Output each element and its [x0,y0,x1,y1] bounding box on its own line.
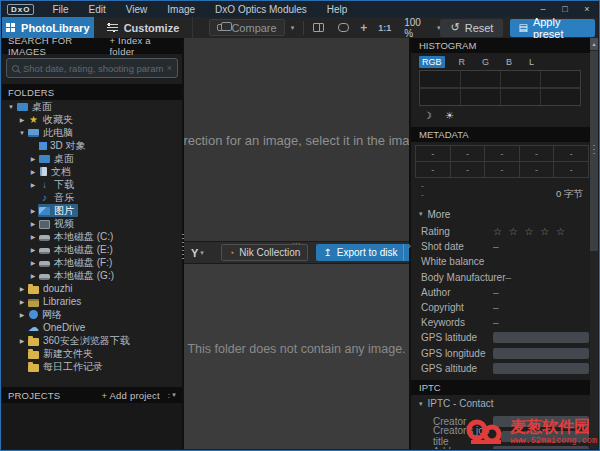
tree-item[interactable]: ▶桌面 [2,152,182,165]
menu-view[interactable]: View [116,2,158,17]
channel-rgb[interactable]: RGB [419,56,445,68]
tree-item[interactable]: ▶图片 [2,204,182,217]
tree-item-body: 下载 [38,178,78,191]
menu-edit[interactable]: Edit [79,2,116,17]
splitter-dots-icon[interactable]: ⋯ [292,239,301,248]
tree-item-label: 桌面 [54,152,74,166]
menu-file[interactable]: File [42,2,78,17]
metadata-grid-cell: - [485,162,520,178]
disk-icon [39,235,50,241]
reset-button[interactable]: ↺ Reset [440,19,503,37]
tree-arrow-icon[interactable]: ▶ [17,337,27,344]
channel-b[interactable]: B [503,56,515,68]
tree-item[interactable]: 3D 对象 [2,139,182,152]
metadata-grid-cell: - [520,146,555,162]
tree-item[interactable]: ▶本地磁盘 (E:) [2,243,182,256]
menu-help[interactable]: Help [317,2,358,17]
more-toggle[interactable]: ▾ More [419,208,593,220]
iptc-label: Address [433,446,470,449]
tree-arrow-icon[interactable]: ▶ [28,220,38,227]
tree-item[interactable]: ▼桌面 [2,100,182,113]
tree-arrow-icon[interactable]: ▶ [28,168,38,175]
tree-arrow-icon[interactable]: ▼ [6,104,16,110]
channel-r[interactable]: R [456,56,469,68]
filter-button[interactable]: Y ▾ [191,247,204,259]
tree-item[interactable]: 每日工作记录 [2,360,182,373]
tree-item[interactable]: ▶下载 [2,178,182,191]
tree-item-label: 桌面 [32,100,52,114]
tab-customize[interactable]: Customize [94,17,194,39]
rating-stars[interactable]: ☆ ☆ ☆ ☆ ☆ [493,226,567,237]
tree-item[interactable]: ▶douzhi [2,282,182,295]
metadata-value: – [506,272,512,283]
disk-icon [39,274,50,280]
tree-arrow-icon[interactable]: ▶ [28,259,38,266]
tree-arrow-icon[interactable]: ▶ [17,298,27,305]
index-folder-link[interactable]: + Index a folder [110,38,176,57]
tree-item[interactable]: ▶本地磁盘 (F:) [2,256,182,269]
menu-items: FileEditViewImageDxO Optics ModulesHelp [42,2,357,17]
tree-item[interactable]: ▶网络 [2,308,182,321]
project-sort-button[interactable]: : ▾ [168,391,176,400]
tree-item-body: 文档 [38,165,75,178]
tree-arrow-icon[interactable]: ▼ [17,130,27,136]
metadata-grid-cell: - [554,146,589,162]
channel-l[interactable]: L [526,56,537,68]
compare-caret-icon[interactable]: ▾ [291,24,295,32]
shadow-clipping-icon[interactable]: ☽ [423,110,432,122]
gps-latitude-input[interactable] [493,332,589,343]
tree-item-label: 下载 [54,178,74,192]
scroll-up-icon[interactable]: ▲ [590,38,598,50]
tree-arrow-icon[interactable]: ▶ [17,116,27,123]
tree-item[interactable]: ▶360安全浏览器下载 [2,334,182,347]
tree-item[interactable]: ▼此电脑 [2,126,182,139]
highlight-clipping-icon[interactable]: ☀ [445,110,454,122]
split-view-icon[interactable] [313,23,324,32]
scrollbar-thumb[interactable] [590,51,598,251]
tree-item[interactable]: ▶本地磁盘 (C:) [2,230,182,243]
tree-arrow-icon[interactable]: ▶ [28,233,38,240]
tab-photolibrary[interactable]: PhotoLibrary [2,17,94,39]
right-scrollbar[interactable]: ▲ [590,38,598,449]
pan-icon[interactable]: + [360,23,367,33]
tree-item[interactable]: ▶Libraries [2,295,182,308]
compare-button[interactable]: Compare [209,19,284,36]
tree-item[interactable]: ▶文档 [2,165,182,178]
tree-item-body: 本地磁盘 (F:) [38,256,116,269]
tree-item[interactable]: OneDrive [2,321,182,334]
clear-search-icon[interactable]: × [167,63,172,73]
fit-view-icon[interactable] [338,23,349,32]
menu-dxo-optics-modules[interactable]: DxO Optics Modules [205,2,317,17]
gps-longitude-input[interactable] [493,348,589,359]
zoom-1to1-button[interactable]: 1:1 [378,23,391,33]
iptc-header-label: IPTC [419,382,441,393]
gps-altitude-input[interactable] [493,363,589,374]
metadata-label: GPS latitude [421,332,493,343]
export-to-disk-button[interactable]: ↥ Export to disk ▾ [316,244,409,261]
pic-icon [39,207,50,215]
tree-item[interactable]: 音乐 [2,191,182,204]
metadata-header: METADATA [411,127,593,142]
zoom-value[interactable]: 100 % [404,17,430,39]
add-project-link[interactable]: + Add project [102,390,160,401]
tree-arrow-icon[interactable]: ▶ [28,246,38,253]
tree-arrow-icon[interactable]: ▶ [28,181,38,188]
sort-caret-icon: ▾ [172,391,176,399]
tree-arrow-icon[interactable]: ▶ [28,272,38,279]
tree-arrow-icon[interactable]: ▶ [28,155,38,162]
tree-arrow-icon[interactable]: ▶ [17,285,27,292]
iptc-contact-toggle[interactable]: ▾ IPTC - Contact [419,398,593,410]
tree-item[interactable]: 新建文件夹 [2,347,182,360]
apply-preset-button[interactable]: ▤ Apply preset [510,19,595,37]
tree-item[interactable]: ▶收藏夹 [2,113,182,126]
menu-image[interactable]: Image [157,2,205,17]
search-input[interactable]: Shot date, rating, shooting paramete... … [6,58,178,78]
tree-arrow-icon[interactable]: ▶ [17,311,27,318]
tree-item[interactable]: ▶视频 [2,217,182,230]
watermark-url: www.52maicong.com [510,437,597,446]
tree-item[interactable]: ▶本地磁盘 (G:) [2,269,182,282]
tree-arrow-icon[interactable]: ▶ [28,207,38,214]
channel-g[interactable]: G [479,56,492,68]
tree-item-label: 网络 [42,308,62,322]
metadata-label: Copyright [421,302,493,313]
